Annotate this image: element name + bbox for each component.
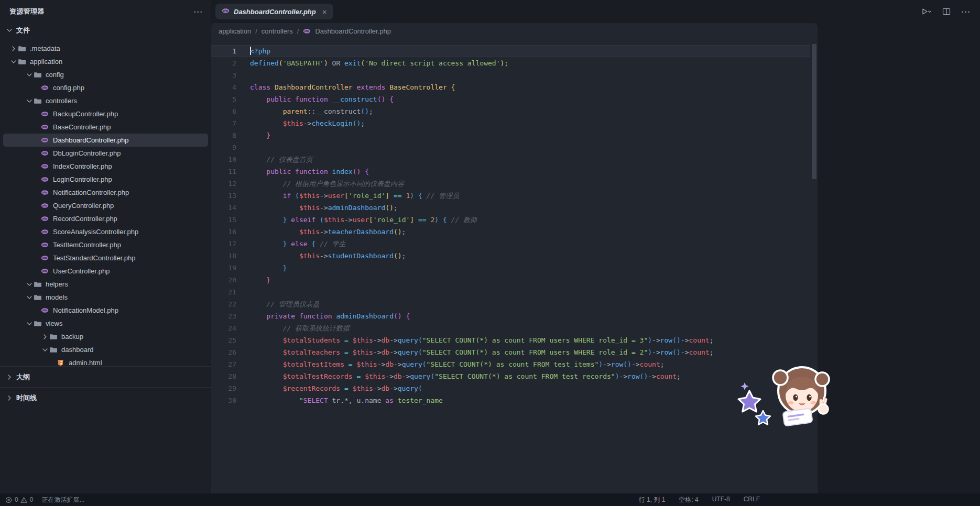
- tree-item-backup[interactable]: backup: [3, 330, 208, 343]
- svg-text:php: php: [42, 230, 47, 233]
- tree-item--metadata[interactable]: .metadata: [3, 42, 208, 55]
- line-number: 13: [211, 190, 236, 202]
- php-file-icon: php: [41, 202, 49, 210]
- tree-item-dblogincontroller-php[interactable]: phpDbLoginController.php: [3, 147, 208, 160]
- tree-item-basecontroller-php[interactable]: phpBaseController.php: [3, 120, 208, 134]
- split-editor-button[interactable]: [942, 7, 951, 16]
- code-line-7[interactable]: 7 $this->checkLogin();: [211, 117, 810, 129]
- breadcrumb-item-controllers[interactable]: controllers: [262, 27, 293, 35]
- tree-item-config-php[interactable]: phpconfig.php: [3, 81, 208, 94]
- code-line-29[interactable]: 29 $recentRecords = $this->db->query(: [211, 382, 810, 394]
- code-line-15[interactable]: 15 } elseif ($this->user['role_id'] == 2…: [211, 214, 810, 226]
- code-line-12[interactable]: 12 // 根据用户角色显示不同的仪表盘内容: [211, 178, 810, 190]
- line-number: 28: [211, 370, 236, 382]
- code-line-3[interactable]: 3: [211, 69, 810, 81]
- tree-item-views[interactable]: views: [3, 317, 208, 330]
- code-line-10[interactable]: 10 // 仪表盘首页: [211, 153, 810, 166]
- tree-item-teststandardcontroller-php[interactable]: phpTestStandardController.php: [3, 251, 208, 265]
- run-button[interactable]: [920, 7, 932, 16]
- folder-icon: [34, 280, 42, 289]
- code-line-13[interactable]: 13 if ($this->user['role_id'] == 1) { //…: [211, 190, 810, 202]
- code-line-22[interactable]: 22 // 管理员仪表盘: [211, 298, 810, 310]
- tree-item-label: RecordController.php: [53, 215, 117, 223]
- section-timeline[interactable]: 时间线: [0, 387, 211, 408]
- line-number: 7: [211, 117, 236, 129]
- code-line-16[interactable]: 16 $this->teacherDashboard();: [211, 226, 810, 238]
- tree-item-label: .metadata: [30, 45, 60, 52]
- chevron-down-icon: [41, 346, 49, 354]
- code-line-11[interactable]: 11 public function index() {: [211, 166, 810, 178]
- code-line-23[interactable]: 23 private function adminDashboard() {: [211, 310, 810, 322]
- error-count: 0: [15, 496, 18, 503]
- indentation-setting[interactable]: 空格: 4: [679, 496, 698, 504]
- scrollbar-thumb[interactable]: [812, 44, 816, 179]
- code-line-25[interactable]: 25 $totalStudents = $this->db->query("SE…: [211, 334, 810, 346]
- tree-item-label: controllers: [46, 97, 77, 105]
- tree-item-usercontroller-php[interactable]: phpUserController.php: [3, 265, 208, 278]
- tree-item-querycontroller-php[interactable]: phpQueryController.php: [3, 199, 208, 212]
- code-area[interactable]: 1<?php2defined('BASEPATH') OR exit('No d…: [211, 39, 810, 493]
- tab-dashboardcontroller-php[interactable]: php DashboardController.php ×: [215, 4, 333, 19]
- problems-indicator[interactable]: 0 0: [5, 496, 33, 503]
- tree-item-models[interactable]: models: [3, 291, 208, 304]
- code-line-1[interactable]: 1<?php: [211, 45, 810, 57]
- tree-item-dashboard[interactable]: dashboard: [3, 343, 208, 356]
- code-line-14[interactable]: 14 $this->adminDashboard();: [211, 202, 810, 214]
- line-number: 23: [211, 310, 236, 322]
- svg-text:php: php: [42, 151, 47, 155]
- code-line-9[interactable]: 9: [211, 141, 810, 153]
- svg-text:php: php: [304, 29, 309, 32]
- code-line-30[interactable]: 30 "SELECT tr.*, u.name as tester_name: [211, 394, 810, 406]
- breadcrumb-item-file[interactable]: DashboardController.php: [315, 27, 391, 35]
- tree-item-indexcontroller-php[interactable]: phpIndexController.php: [3, 160, 208, 173]
- code-line-5[interactable]: 5 public function __construct() {: [211, 93, 810, 105]
- close-icon[interactable]: ×: [322, 8, 327, 16]
- encoding-setting[interactable]: UTF-8: [712, 496, 730, 504]
- cursor-position[interactable]: 行 1, 列 1: [639, 496, 666, 504]
- tree-item-application[interactable]: application: [3, 55, 208, 68]
- line-number: 14: [211, 202, 236, 214]
- code-line-8[interactable]: 8 }: [211, 129, 810, 141]
- explorer-title: 资源管理器: [9, 7, 45, 16]
- tree-item-notificationcontroller-php[interactable]: phpNotificationController.php: [3, 186, 208, 199]
- tree-item-dashboardcontroller-php[interactable]: phpDashboardController.php: [3, 134, 208, 147]
- status-message: 正在激活扩展...: [41, 496, 84, 504]
- tree-item-controllers[interactable]: controllers: [3, 94, 208, 107]
- tree-item-admin-html[interactable]: admin.html: [3, 356, 208, 366]
- code-line-26[interactable]: 26 $totalTeachers = $this->db->query("SE…: [211, 346, 810, 358]
- line-number: 26: [211, 346, 236, 358]
- tree-item-helpers[interactable]: helpers: [3, 278, 208, 291]
- code-line-2[interactable]: 2defined('BASEPATH') OR exit('No direct …: [211, 57, 810, 69]
- folder-icon: [34, 293, 42, 302]
- code-line-21[interactable]: 21: [211, 286, 810, 298]
- tree-item-notificationmodel-php[interactable]: phpNotificationModel.php: [3, 304, 208, 317]
- more-actions-icon[interactable]: ⋯: [961, 6, 971, 17]
- tree-item-config[interactable]: config: [3, 68, 208, 81]
- code-line-6[interactable]: 6 parent::__construct();: [211, 105, 810, 117]
- svg-text:php: php: [42, 269, 47, 272]
- tree-item-label: config.php: [53, 84, 84, 92]
- code-line-17[interactable]: 17 } else { // 学生: [211, 238, 810, 250]
- chevron-right-icon: [41, 333, 49, 341]
- tree-item-backupcontroller-php[interactable]: phpBackupController.php: [3, 107, 208, 120]
- code-line-4[interactable]: 4class DashboardController extends BaseC…: [211, 81, 810, 93]
- breadcrumb-item-application[interactable]: application: [219, 27, 251, 35]
- code-line-18[interactable]: 18 $this->studentDashboard();: [211, 250, 810, 262]
- more-actions-icon[interactable]: ⋯: [193, 6, 203, 17]
- tree-item-label: IndexController.php: [53, 162, 112, 170]
- eol-setting[interactable]: CRLF: [744, 496, 760, 504]
- code-line-20[interactable]: 20 }: [211, 274, 810, 286]
- file-tree: .metadataapplicationconfigphpconfig.phpc…: [0, 38, 211, 366]
- chevron-down-icon: [25, 320, 34, 328]
- code-line-24[interactable]: 24 // 获取系统统计数据: [211, 322, 810, 334]
- tree-item-testitemcontroller-php[interactable]: phpTestItemController.php: [3, 238, 208, 251]
- section-files[interactable]: 文件: [0, 23, 211, 38]
- code-line-19[interactable]: 19 }: [211, 262, 810, 274]
- tree-item-recordcontroller-php[interactable]: phpRecordController.php: [3, 212, 208, 225]
- section-outline[interactable]: 大纲: [0, 366, 211, 387]
- line-number: 15: [211, 214, 236, 226]
- tree-item-logincontroller-php[interactable]: phpLoginController.php: [3, 173, 208, 186]
- tree-item-scoreanalysiscontroller-php[interactable]: phpScoreAnalysisController.php: [3, 225, 208, 238]
- code-line-28[interactable]: 28 $totalTestRecords = $this->db->query(…: [211, 370, 810, 382]
- code-line-27[interactable]: 27 $totalTestItems = $this->db->query("S…: [211, 358, 810, 370]
